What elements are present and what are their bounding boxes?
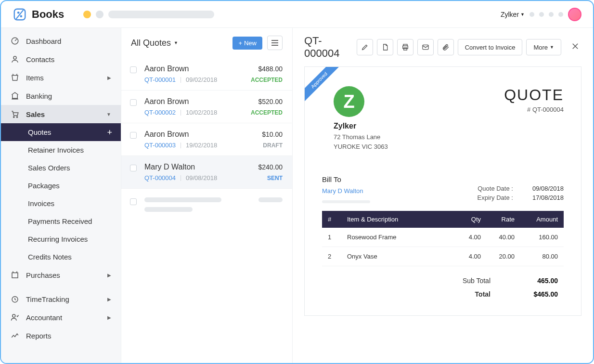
sidebar-item-accountant[interactable]: Accountant▶ bbox=[1, 308, 121, 326]
sidebar-subitem-retainer[interactable]: Retainer Invoices bbox=[1, 141, 121, 159]
status-badge: ACCEPTED bbox=[251, 109, 283, 116]
company-address-2: YUROKE VIC 3063 bbox=[334, 142, 388, 152]
list-filter-dropdown[interactable]: All Quotes ▼ bbox=[131, 38, 178, 48]
sidebar-subitem-packages[interactable]: Packages bbox=[1, 177, 121, 195]
edit-button[interactable] bbox=[357, 39, 373, 55]
document-label: QUOTE # QT-000004 bbox=[504, 86, 564, 113]
close-button[interactable] bbox=[569, 40, 581, 55]
row-amount: $240.00 bbox=[258, 163, 283, 171]
cell-qty: 4.00 bbox=[458, 247, 487, 266]
quote-document: Approved Z Zylker 72 Thomas Lane YUROKE … bbox=[304, 66, 581, 316]
avatar[interactable] bbox=[568, 8, 581, 21]
window-dot-grey bbox=[96, 11, 103, 18]
sidebar-subitem-credits[interactable]: Credits Notes bbox=[1, 248, 121, 266]
expiry-date-value: 17/08/2018 bbox=[532, 194, 564, 201]
sidebar-item-banking[interactable]: Banking bbox=[1, 87, 121, 105]
sidebar-item-items[interactable]: Items▶ bbox=[1, 68, 121, 87]
caret-down-icon: ▼ bbox=[520, 12, 525, 17]
table-row: 2Onyx Vase4.0020.0080.00 bbox=[322, 247, 564, 266]
account-switcher[interactable]: Zylker ▼ bbox=[501, 11, 525, 18]
cell-amount: 80.00 bbox=[520, 247, 564, 266]
list-row[interactable]: Aaron Brown$488.00 QT-00000109/02/2018AC… bbox=[121, 58, 292, 91]
clock-icon bbox=[11, 295, 19, 303]
line-items-table: # Item & Description Qty Rate Amount 1Ro… bbox=[322, 211, 564, 266]
sidebar-subitem-recurring[interactable]: Recurring Invoices bbox=[1, 230, 121, 248]
cell-desc: Onyx Vase bbox=[341, 247, 458, 266]
quote-number: QT-000001 bbox=[144, 76, 176, 83]
status-badge: DRAFT bbox=[263, 142, 283, 149]
checkbox[interactable] bbox=[130, 132, 137, 139]
sidebar-item-sales[interactable]: Sales▼ bbox=[1, 105, 121, 123]
svg-point-2 bbox=[20, 15, 22, 17]
app-logo[interactable]: Books bbox=[13, 7, 64, 22]
sidebar-item-contacts[interactable]: Contacts bbox=[1, 50, 121, 68]
skeleton-line bbox=[322, 200, 370, 203]
pencil-icon bbox=[361, 43, 369, 51]
quote-number: QT-000002 bbox=[144, 109, 176, 116]
total-label: Total bbox=[475, 290, 491, 298]
convert-button[interactable]: Convert to Invoice bbox=[458, 39, 523, 55]
sidebar-subitem-quotes[interactable]: Quotes+ bbox=[1, 123, 121, 141]
document-viewport: Approved Z Zylker 72 Thomas Lane YUROKE … bbox=[293, 66, 593, 363]
list-row[interactable]: Mary D Walton$240.00 QT-00000409/08/2018… bbox=[121, 156, 292, 189]
sidebar-item-purchases[interactable]: Purchases▶ bbox=[1, 266, 121, 284]
subtotal-label: Sub Total bbox=[463, 277, 491, 285]
quote-date: 10/02/2018 bbox=[186, 109, 217, 116]
quote-number: QT-000003 bbox=[144, 142, 176, 149]
topbar: Books Zylker ▼ bbox=[1, 1, 593, 28]
app-name: Books bbox=[32, 8, 64, 21]
caret-down-icon: ▼ bbox=[550, 45, 554, 50]
detail-panel: QT-000004 Convert to Invoice More ▼ Appr… bbox=[293, 28, 593, 363]
list-row[interactable]: Aaron Brown$520.00 QT-00000210/02/2018AC… bbox=[121, 91, 292, 123]
status-badge: ACCEPTED bbox=[251, 77, 283, 83]
checkbox bbox=[130, 198, 137, 205]
pdf-button[interactable] bbox=[377, 39, 393, 55]
list-row[interactable]: Aaron Brown$10.00 QT-00000319/02/2018DRA… bbox=[121, 123, 292, 156]
detail-toolbar: QT-000004 Convert to Invoice More ▼ bbox=[293, 28, 593, 66]
top-dot bbox=[549, 12, 554, 17]
top-dot bbox=[558, 12, 563, 17]
svg-point-6 bbox=[16, 117, 17, 117]
skeleton-row bbox=[121, 189, 292, 225]
total-value: $465.00 bbox=[519, 290, 558, 298]
row-amount: $520.00 bbox=[258, 98, 283, 105]
checkbox[interactable] bbox=[130, 99, 137, 106]
customer-name: Aaron Brown bbox=[144, 97, 189, 106]
print-button[interactable] bbox=[397, 39, 413, 55]
top-dot bbox=[539, 12, 544, 17]
row-amount: $10.00 bbox=[262, 130, 283, 138]
attach-button[interactable] bbox=[438, 39, 454, 55]
dates-block: Quote Date :09/08/2018 Expiry Date :17/0… bbox=[478, 185, 564, 203]
accountant-icon bbox=[11, 313, 19, 322]
new-button[interactable]: + New bbox=[232, 37, 262, 50]
status-ribbon: Approved bbox=[305, 67, 343, 105]
customer-name: Mary D Walton bbox=[144, 163, 195, 171]
cell-rate: 40.00 bbox=[487, 228, 520, 247]
sidebar-subitem-sales-orders[interactable]: Sales Orders bbox=[1, 159, 121, 177]
bill-to-name[interactable]: Mary D Walton bbox=[322, 187, 370, 195]
email-button[interactable] bbox=[417, 39, 434, 55]
checkbox[interactable] bbox=[130, 165, 137, 171]
company-name: Zylker bbox=[334, 122, 388, 130]
more-button[interactable]: More ▼ bbox=[526, 39, 561, 55]
cell-num: 2 bbox=[322, 247, 341, 266]
sidebar-item-reports[interactable]: Reports bbox=[1, 326, 121, 345]
svg-point-1 bbox=[17, 11, 20, 13]
sidebar-item-dashboard[interactable]: Dashboard bbox=[1, 32, 121, 50]
list-menu-button[interactable] bbox=[267, 36, 283, 50]
sidebar-subitem-payments[interactable]: Payments Received bbox=[1, 212, 121, 230]
sidebar-subitem-invoices[interactable]: Invoices bbox=[1, 195, 121, 212]
cell-num: 1 bbox=[322, 228, 341, 247]
chevron-right-icon: ▶ bbox=[107, 315, 111, 320]
doc-number: # QT-000004 bbox=[504, 106, 564, 113]
list-header: All Quotes ▼ + New bbox=[121, 28, 292, 58]
sidebar-item-timetracking[interactable]: TimeTracking▶ bbox=[1, 290, 121, 308]
quote-list: Aaron Brown$488.00 QT-00000109/02/2018AC… bbox=[121, 58, 292, 363]
detail-title: QT-000004 bbox=[304, 35, 353, 60]
main: Dashboard Contacts Items▶ Banking Sales▼… bbox=[1, 28, 593, 363]
hamburger-icon bbox=[271, 40, 278, 46]
window-dot-yellow bbox=[83, 11, 91, 18]
checkbox[interactable] bbox=[130, 66, 137, 73]
topbar-center bbox=[83, 11, 501, 18]
plus-icon[interactable]: + bbox=[107, 127, 112, 137]
